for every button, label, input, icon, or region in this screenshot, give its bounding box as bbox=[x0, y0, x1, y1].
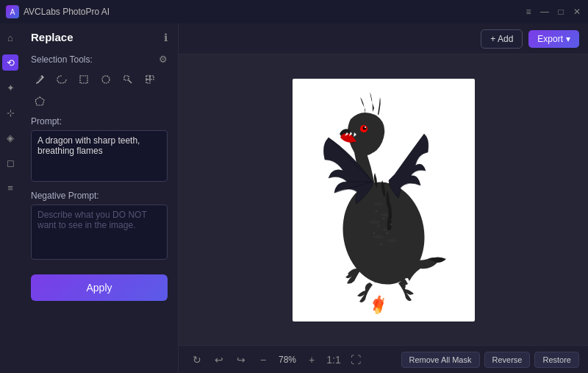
svg-point-12 bbox=[365, 127, 366, 128]
zoom-level: 78% bbox=[276, 355, 299, 365]
maximize-button[interactable]: □ bbox=[556, 7, 566, 17]
prompt-section: Prompt: bbox=[21, 116, 178, 191]
titlebar-controls: ≡ — □ ✕ bbox=[523, 7, 582, 17]
minimize-button[interactable]: — bbox=[539, 7, 550, 17]
lasso-tool[interactable] bbox=[53, 71, 71, 88]
polygon-select-tool[interactable] bbox=[31, 93, 49, 110]
top-toolbar: + Add Export ▾ bbox=[179, 24, 588, 54]
remove-all-mask-button[interactable]: Remove All Mask bbox=[401, 352, 480, 368]
svg-point-20 bbox=[373, 232, 375, 234]
export-label: Export bbox=[537, 34, 563, 44]
zoom-in-button[interactable]: + bbox=[302, 350, 321, 369]
fit-button[interactable]: 1:1 bbox=[324, 350, 343, 369]
image-canvas bbox=[179, 54, 588, 345]
gear-icon[interactable]: ⚙ bbox=[159, 54, 168, 65]
export-arrow: ▾ bbox=[566, 34, 570, 44]
sidebar-icons: ⌂ ⟲ ✦ ⊹ ◈ ◻ ≡ bbox=[0, 24, 21, 373]
brush-select-tool[interactable] bbox=[141, 71, 159, 88]
sidebar-item-effects[interactable]: ✦ bbox=[2, 79, 18, 96]
svg-rect-0 bbox=[80, 76, 87, 83]
prompt-input[interactable] bbox=[31, 130, 168, 182]
sidebar-item-settings[interactable]: ≡ bbox=[2, 180, 18, 196]
svg-point-11 bbox=[362, 126, 366, 129]
svg-rect-4 bbox=[146, 76, 150, 79]
panel: Replace ℹ Selection Tools: ⚙ bbox=[21, 24, 179, 373]
panel-header: Replace ℹ bbox=[21, 24, 178, 48]
tools-row bbox=[21, 68, 178, 116]
svg-point-17 bbox=[382, 217, 384, 219]
app-icon: A bbox=[6, 5, 19, 18]
panel-title: Replace bbox=[31, 31, 74, 43]
svg-point-16 bbox=[375, 210, 377, 212]
sidebar-item-retouch[interactable]: ◈ bbox=[2, 129, 18, 146]
svg-point-1 bbox=[102, 76, 110, 83]
app-title: AVCLabs PhotoPro AI bbox=[24, 7, 110, 17]
svg-point-22 bbox=[390, 223, 392, 225]
bottom-right-actions: Remove All Mask Reverse Restore bbox=[401, 352, 579, 368]
ellipse-select-tool[interactable] bbox=[97, 71, 115, 88]
selection-tools-label: Selection Tools: ⚙ bbox=[21, 48, 178, 68]
export-button[interactable]: Export ▾ bbox=[528, 30, 579, 48]
dragon-image bbox=[293, 79, 475, 322]
svg-point-18 bbox=[377, 224, 379, 227]
reverse-button[interactable]: Reverse bbox=[484, 352, 531, 368]
redo-button[interactable]: ↪ bbox=[232, 350, 251, 369]
svg-point-19 bbox=[386, 232, 388, 234]
zoom-out-button[interactable]: − bbox=[254, 350, 273, 369]
negative-prompt-section: Negative Prompt: bbox=[21, 191, 178, 269]
undo-button[interactable]: ↩ bbox=[209, 350, 229, 369]
negative-prompt-label: Negative Prompt: bbox=[31, 191, 168, 201]
info-icon[interactable]: ℹ bbox=[164, 32, 168, 43]
pen-tool[interactable] bbox=[31, 71, 49, 88]
titlebar-left: A AVCLabs PhotoPro AI bbox=[6, 5, 110, 18]
rect-select-tool[interactable] bbox=[75, 71, 93, 88]
sidebar-item-adjust[interactable]: ⊹ bbox=[2, 104, 18, 121]
svg-rect-2 bbox=[124, 76, 129, 80]
menu-icon[interactable]: ≡ bbox=[523, 7, 534, 17]
svg-line-3 bbox=[129, 80, 132, 83]
canvas-area: + Add Export ▾ bbox=[179, 24, 588, 373]
sidebar-item-replace[interactable]: ⟲ bbox=[2, 54, 18, 71]
sidebar-item-home[interactable]: ⌂ bbox=[2, 29, 18, 46]
prompt-label: Prompt: bbox=[31, 116, 168, 127]
magic-wand-tool[interactable] bbox=[119, 71, 137, 88]
refresh-button[interactable]: ↻ bbox=[187, 350, 207, 369]
add-button[interactable]: + Add bbox=[481, 29, 523, 49]
bottom-left-tools: ↻ ↩ ↪ − 78% + 1:1 ⛶ bbox=[187, 350, 365, 369]
app-icon-letter: A bbox=[10, 8, 15, 16]
main-container: ⌂ ⟲ ✦ ⊹ ◈ ◻ ≡ Replace ℹ Selection Tools:… bbox=[0, 24, 588, 373]
svg-point-21 bbox=[380, 243, 382, 245]
sidebar-item-erase[interactable]: ◻ bbox=[2, 154, 18, 171]
svg-rect-5 bbox=[150, 76, 154, 79]
negative-prompt-input[interactable] bbox=[31, 205, 168, 260]
svg-rect-6 bbox=[146, 79, 150, 83]
apply-button[interactable]: Apply bbox=[31, 274, 168, 301]
close-button[interactable]: ✕ bbox=[572, 7, 582, 17]
fullscreen-button[interactable]: ⛶ bbox=[346, 350, 365, 369]
bottom-toolbar: ↻ ↩ ↪ − 78% + 1:1 ⛶ Remove All Mask Reve… bbox=[179, 345, 588, 373]
titlebar: A AVCLabs PhotoPro AI ≡ — □ ✕ bbox=[0, 0, 588, 24]
restore-button[interactable]: Restore bbox=[534, 352, 579, 368]
svg-marker-7 bbox=[35, 97, 44, 105]
